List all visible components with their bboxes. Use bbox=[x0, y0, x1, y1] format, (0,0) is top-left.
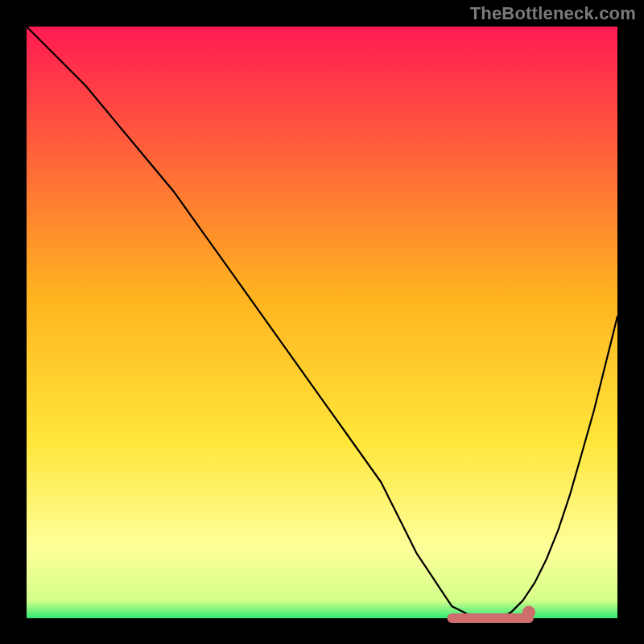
chart-frame: { "attribution": "TheBottleneck.com", "c… bbox=[0, 0, 644, 644]
bottleneck-chart bbox=[0, 0, 644, 644]
attribution-text: TheBottleneck.com bbox=[470, 3, 636, 24]
current-point-marker bbox=[522, 606, 535, 619]
plot-background bbox=[27, 27, 617, 618]
